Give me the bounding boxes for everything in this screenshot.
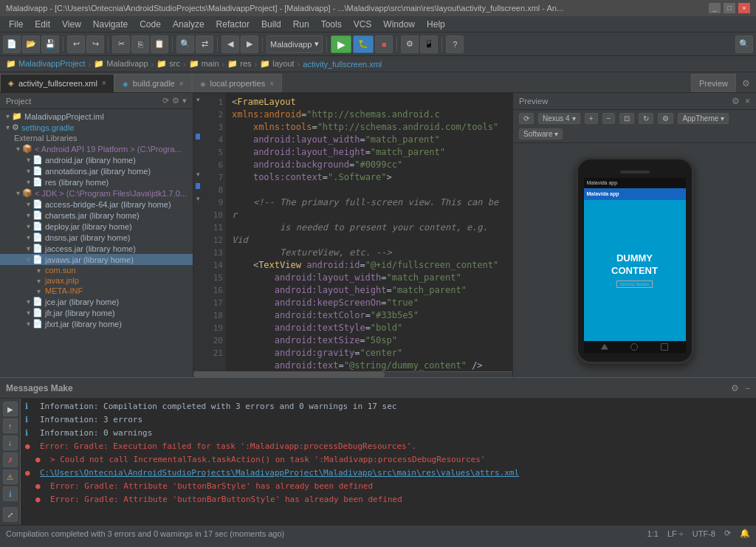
menu-tools[interactable]: Tools bbox=[315, 18, 348, 31]
tree-item[interactable]: ▾ 📄 jfr.jar (library home) bbox=[0, 307, 193, 318]
preview-rotate-button[interactable]: ⟳ bbox=[519, 113, 534, 124]
tree-item[interactable]: ▾ 📄 charsets.jar (library home) bbox=[0, 210, 193, 221]
maximize-button[interactable]: □ bbox=[724, 3, 735, 13]
bread-module[interactable]: 📁 Maladivapp bbox=[94, 59, 148, 69]
tree-item[interactable]: External Libraries bbox=[0, 133, 193, 143]
gutter-fold2[interactable]: ▾ bbox=[193, 168, 202, 180]
bread-layout[interactable]: 📁 layout bbox=[260, 59, 294, 69]
tb-new-button[interactable]: 📄 bbox=[3, 35, 21, 53]
tree-item[interactable]: ▾ 📄 jce.jar (library home) bbox=[0, 296, 193, 307]
tb-find-button[interactable]: 🔍 bbox=[176, 35, 194, 53]
tb-stop-button[interactable]: ■ bbox=[375, 35, 393, 53]
menu-view[interactable]: View bbox=[56, 18, 87, 31]
msg-filter-info-button[interactable]: ℹ bbox=[3, 486, 18, 501]
preview-collapse-icon[interactable]: × bbox=[745, 96, 750, 106]
menu-edit[interactable]: Edit bbox=[29, 18, 56, 31]
menu-window[interactable]: Window bbox=[377, 18, 421, 31]
tree-item[interactable]: ▾ 📄 deploy.jar (library home) bbox=[0, 221, 193, 232]
bread-project[interactable]: 📁 MaladivappProject bbox=[6, 59, 86, 69]
tree-item[interactable]: ▾ 📦 < Android API 19 Platform > (C:\Prog… bbox=[0, 143, 193, 154]
tb-sdk-button[interactable]: ⚙ bbox=[401, 35, 419, 53]
menu-file[interactable]: File bbox=[3, 18, 29, 31]
tree-item[interactable]: ▾ 📄 jaccess.jar (library home) bbox=[0, 243, 193, 254]
messages-settings-icon[interactable]: ⚙ bbox=[731, 383, 739, 393]
tree-item[interactable]: ▾ javax.jnlp bbox=[0, 275, 193, 286]
tree-item[interactable]: ▾ 📄 dnsns.jar (library home) bbox=[0, 232, 193, 243]
preview-refresh-button[interactable]: ↻ bbox=[639, 113, 653, 124]
msg-filter-warn-button[interactable]: ⚠ bbox=[3, 469, 18, 484]
tb-debug-button[interactable]: 🐛 bbox=[353, 35, 374, 53]
gutter-fold1[interactable]: ▾ bbox=[193, 93, 202, 106]
sidebar-settings-icon[interactable]: ⚙ bbox=[172, 96, 179, 106]
bread-file[interactable]: activity_fullscreen.xml bbox=[303, 60, 382, 69]
preview-software-combo[interactable]: Software ▾ bbox=[519, 128, 563, 140]
menu-code[interactable]: Code bbox=[134, 18, 167, 31]
tb-avd-button[interactable]: 📱 bbox=[420, 35, 438, 53]
minimize-button[interactable]: _ bbox=[709, 3, 721, 13]
tree-item[interactable]: ▾ com.sun bbox=[0, 265, 193, 275]
menu-refactor[interactable]: Refactor bbox=[210, 18, 255, 31]
bread-src[interactable]: 📁 src bbox=[157, 59, 180, 69]
tb-help-button[interactable]: ? bbox=[446, 35, 464, 53]
preview-theme-combo[interactable]: AppTheme ▾ bbox=[678, 113, 729, 124]
tab-settings-button[interactable]: ⚙ bbox=[736, 74, 756, 92]
tb-replace-button[interactable]: ⇄ bbox=[196, 35, 213, 53]
sidebar-collapse-icon[interactable]: ▾ bbox=[182, 96, 187, 106]
hscroll-thumb[interactable] bbox=[193, 372, 385, 377]
tree-item[interactable]: ▾ 📄 android.jar (library home) bbox=[0, 154, 193, 165]
preview-device-combo[interactable]: Nexus 4 ▾ bbox=[538, 113, 580, 124]
menu-navigate[interactable]: Navigate bbox=[87, 18, 134, 31]
tab-props-close-icon[interactable]: × bbox=[269, 80, 274, 88]
bread-main[interactable]: 📁 main bbox=[189, 59, 219, 69]
tab-gradle-close-icon[interactable]: × bbox=[179, 80, 184, 88]
tree-item[interactable]: ▾ 📄 res (library home) bbox=[0, 176, 193, 188]
menu-build[interactable]: Build bbox=[255, 18, 287, 31]
tab-local-properties[interactable]: ◈ local.properties × bbox=[192, 74, 282, 92]
tree-item[interactable]: ▾ 📄 jfxrt.jar (library home) bbox=[0, 318, 193, 329]
tb-project-combo[interactable]: Maladivapp ▾ bbox=[267, 35, 323, 53]
tab-preview[interactable]: Preview bbox=[691, 74, 736, 92]
code-editor[interactable]: <FrameLayout xmlns:android="http://schem… bbox=[226, 93, 512, 371]
editor-horizontal-scrollbar[interactable] bbox=[193, 371, 512, 377]
menu-vcs[interactable]: VCS bbox=[348, 18, 378, 31]
preview-settings-icon[interactable]: ⚙ bbox=[732, 96, 740, 106]
tree-item[interactable]: ▾ META-INF bbox=[0, 286, 193, 296]
tb-paste-button[interactable]: 📋 bbox=[151, 35, 168, 53]
tb-open-button[interactable]: 📂 bbox=[22, 35, 40, 53]
tb-forward-button[interactable]: ▶ bbox=[241, 35, 258, 53]
tb-back-button[interactable]: ◀ bbox=[221, 35, 239, 53]
preview-settings2-button[interactable]: ⚙ bbox=[658, 113, 673, 124]
tree-item[interactable]: ▿ 📄 javaws.jar (library home) bbox=[0, 254, 193, 265]
tree-item[interactable]: ▾ 📄 access-bridge-64.jar (library home) bbox=[0, 199, 193, 210]
bread-res[interactable]: 📁 res bbox=[227, 59, 251, 69]
msg-scroll-up-button[interactable]: ↑ bbox=[3, 419, 18, 433]
preview-zoom-in-button[interactable]: + bbox=[585, 113, 598, 124]
tab-activity-fullscreen[interactable]: ◈ activity_fullscreen.xml × bbox=[0, 74, 114, 92]
sidebar-sync-icon[interactable]: ⟳ bbox=[162, 96, 169, 106]
msg-expand-button[interactable]: ⤢ bbox=[3, 507, 18, 522]
tb-undo-button[interactable]: ↩ bbox=[67, 35, 85, 53]
tb-search-button[interactable]: 🔍 bbox=[735, 35, 753, 53]
tb-run-button[interactable]: ▶ bbox=[331, 35, 351, 53]
tb-save-button[interactable]: 💾 bbox=[41, 35, 59, 53]
gutter-fold3[interactable]: ▾ bbox=[193, 192, 202, 204]
tree-item[interactable]: ▾ 📄 annotations.jar (library home) bbox=[0, 165, 193, 176]
tree-item[interactable]: ▾ 📁 MaladivappProject.iml bbox=[0, 111, 193, 122]
msg-scroll-down-button[interactable]: ↓ bbox=[3, 436, 18, 450]
menu-help[interactable]: Help bbox=[421, 18, 451, 31]
tab-build-gradle[interactable]: ◈ build.gradle × bbox=[114, 74, 192, 92]
msg-run-button[interactable]: ▶ bbox=[3, 402, 18, 416]
menu-run[interactable]: Run bbox=[287, 18, 315, 31]
messages-collapse-icon[interactable]: − bbox=[745, 383, 750, 393]
preview-zoom-out-button[interactable]: − bbox=[602, 113, 616, 124]
tree-item[interactable]: ▾ ⚙ settings.gradle bbox=[0, 122, 193, 133]
msg-filter-error-button[interactable]: ✗ bbox=[3, 453, 18, 467]
tb-redo-button[interactable]: ↪ bbox=[86, 35, 104, 53]
tb-cut-button[interactable]: ✂ bbox=[112, 35, 130, 53]
tree-item[interactable]: ▾ 📦 < JDK > (C:\Program Files\Java\jdk1.… bbox=[0, 188, 193, 199]
tab-activity-close-icon[interactable]: × bbox=[102, 79, 106, 87]
tb-copy-button[interactable]: ⎘ bbox=[131, 35, 149, 53]
menu-analyze[interactable]: Analyze bbox=[167, 18, 210, 31]
preview-fit-button[interactable]: ⊡ bbox=[619, 113, 634, 124]
msg-line-6[interactable]: ● C:\Users\Ontecnia\AndroidStudioProject… bbox=[21, 467, 756, 480]
